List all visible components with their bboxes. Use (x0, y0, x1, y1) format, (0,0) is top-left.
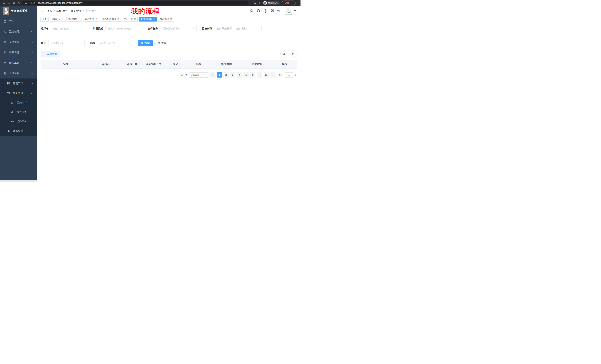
bookmark-star-icon[interactable]: ☆ (258, 1, 260, 5)
collapse-sidebar-icon[interactable] (40, 8, 45, 14)
fullscreen-icon[interactable] (270, 9, 274, 13)
dashboard-icon (3, 20, 6, 23)
tab-process-definition[interactable]: 流程定义✕ (50, 17, 65, 21)
sidebar-scrollbar[interactable] (0, 180, 37, 182)
start-process-button[interactable]: 发起流程 (41, 51, 60, 57)
close-tab-icon[interactable]: ✕ (153, 18, 155, 20)
pagination-total: 共 104 条 (177, 73, 188, 77)
sidebar-item-label: 工作流程 (9, 72, 31, 75)
column-header: 结果 (187, 60, 211, 68)
column-header: 当前审批任务 (143, 60, 165, 68)
close-tab-icon[interactable]: ✕ (117, 18, 119, 20)
avatar[interactable] (285, 7, 292, 15)
sidebar-item-infrastructure[interactable]: 基础设施 (0, 47, 37, 58)
back-icon[interactable]: ← (2, 1, 7, 5)
page-number-button[interactable]: 5 (243, 72, 249, 77)
page-size-value: 10条/页 (191, 73, 199, 77)
category-select[interactable]: 请选择流程分类 (160, 26, 197, 32)
sidebar-item-task-management[interactable]: 任务管理 (0, 88, 37, 98)
search-button[interactable]: 搜索 (138, 40, 153, 46)
browser-menu-icon[interactable]: ⋮ (291, 1, 294, 4)
show-search-button[interactable] (280, 50, 288, 57)
tab-label: 流程表单-编辑 (102, 18, 116, 21)
page-number-button[interactable]: 1 (217, 72, 222, 77)
sidebar-item-dev-tools[interactable]: 研发工具 (0, 58, 37, 68)
tab-process-form[interactable]: 流程表单✕ (83, 17, 99, 21)
close-tab-icon[interactable]: ✕ (79, 18, 80, 20)
reset-button-label: 重置 (161, 42, 166, 45)
help-icon[interactable]: ? (263, 9, 267, 13)
goto-suffix: 页 (294, 73, 297, 77)
close-tab-icon[interactable]: ✕ (134, 18, 136, 20)
result-select[interactable]: 请选择流结果 (98, 40, 134, 46)
tab-user-group[interactable]: 用户分组✕ (122, 17, 138, 21)
app-logo[interactable]: 芋道管理系统 (0, 6, 37, 16)
key-icon[interactable] (253, 1, 256, 4)
chevron-down-icon (80, 42, 82, 45)
tab-start-process[interactable]: 发起流程✕ (158, 17, 174, 21)
forward-icon[interactable]: → (7, 1, 11, 5)
breadcrumb-item[interactable]: 首页 (47, 9, 52, 13)
sidebar-item-todo-tasks[interactable]: 待办任务 (0, 107, 37, 117)
tab-label: 流程定义 (52, 18, 60, 21)
column-header: 状态 (165, 60, 186, 68)
tab-process-form-edit[interactable]: 流程表单-编辑✕ (100, 17, 121, 21)
status-select[interactable]: 请选择状态 (48, 40, 85, 46)
active-tab-dot (140, 18, 142, 20)
breadcrumb-item[interactable]: 任务管理 (71, 9, 81, 13)
page-number-button[interactable]: 4 (237, 72, 242, 77)
chevron-down-icon (31, 62, 33, 64)
reset-button[interactable]: 重置 (155, 40, 169, 46)
home-icon[interactable]: ⌂ (16, 1, 21, 5)
search-icon (141, 42, 143, 45)
address-bar[interactable]: 不安全 dashboard.yudao.iocoder.cn/bpm/task/… (22, 1, 248, 5)
breadcrumb-separator: / (54, 10, 55, 12)
prev-page-button[interactable] (210, 72, 215, 77)
search-icon[interactable] (250, 9, 253, 13)
font-size-icon[interactable]: TT (277, 9, 281, 13)
app-title: 芋道管理系统 (11, 9, 28, 13)
sidebar-item-label: 待办任务 (17, 110, 37, 114)
sidebar-item-workflow[interactable]: 工作流程 (0, 68, 37, 78)
breadcrumb-item[interactable]: 工作流程 (56, 9, 67, 13)
refresh-table-button[interactable] (290, 50, 297, 57)
breadcrumb: 首页 / 工作流程 / 任务管理 / 我的流程 (47, 9, 96, 13)
page-number-button[interactable]: 11 (263, 72, 269, 77)
sidebar: 芋道管理系统 首页系统管理¥支付管理基础设施研发工具工作流程流程管理任务管理我的… (0, 6, 37, 182)
url-text: dashboard.yudao.iocoder.cn/bpm/task/my (38, 1, 82, 4)
sidebar-item-process-management[interactable]: 流程管理 (0, 78, 37, 88)
sidebar-item-done-tasks[interactable]: 已办任务 (0, 117, 37, 126)
submit-time-range-picker[interactable]: 开始日期 - 结束日期 (215, 26, 261, 32)
sidebar-item-payment-management[interactable]: ¥支付管理 (0, 37, 37, 47)
owner-process-input[interactable] (108, 27, 140, 30)
tab-process-model[interactable]: 流程模型✕ (67, 17, 82, 21)
chevron-down-icon[interactable] (294, 10, 296, 11)
update-button[interactable]: 更新 ⋮ (282, 0, 295, 5)
more-pages-button[interactable]: ··· (257, 72, 262, 77)
tab-my-process[interactable]: 我的流程✕ (139, 17, 157, 21)
process-name-input[interactable] (53, 27, 85, 30)
sidebar-item-label: 研发工具 (9, 61, 31, 65)
sidebar-item-label: 请假查询 (13, 129, 37, 133)
close-tab-icon[interactable]: ✕ (170, 18, 172, 20)
sidebar-item-label: 基础设施 (9, 51, 31, 54)
monitor-icon (3, 51, 6, 54)
page-size-select[interactable]: 10条/页 (189, 72, 208, 77)
sidebar-item-home[interactable]: 首页 (0, 16, 37, 27)
page-number-button[interactable]: 2 (223, 72, 229, 77)
tab-home[interactable]: 首页 (40, 17, 49, 21)
goto-page-input[interactable] (285, 72, 293, 77)
user-icon (7, 130, 10, 132)
next-page-button[interactable] (270, 72, 276, 77)
page-number-button[interactable]: 3 (230, 72, 235, 77)
github-icon[interactable] (257, 9, 260, 13)
close-tab-icon[interactable]: ✕ (95, 18, 97, 20)
sidebar-item-my-process[interactable]: 我的流程 (0, 98, 37, 107)
close-tab-icon[interactable]: ✕ (62, 18, 63, 20)
reload-icon[interactable]: ↻ (11, 1, 16, 5)
sidebar-item-system-management[interactable]: 系统管理 (0, 27, 37, 37)
eye-icon (11, 111, 14, 114)
page-number-button[interactable]: 6 (250, 72, 255, 77)
sidebar-item-leave-query[interactable]: 请假查询 (0, 126, 37, 136)
category-label: 流程分类 (148, 27, 158, 30)
